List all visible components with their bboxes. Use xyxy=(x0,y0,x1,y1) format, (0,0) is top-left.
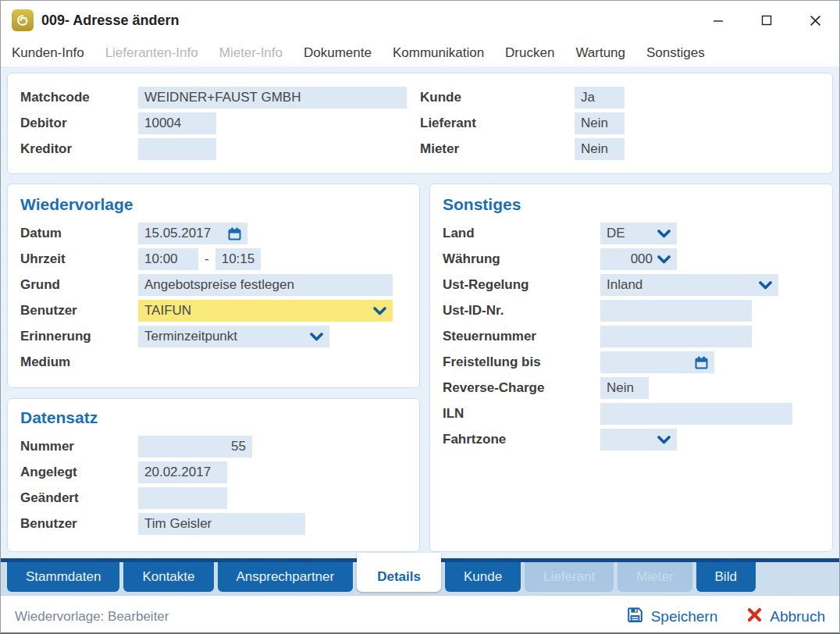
land-dropdown[interactable]: DE xyxy=(600,223,677,244)
matchcode-field[interactable]: WEIDNER+FAUST GMBH xyxy=(138,87,407,109)
sonstiges-title: Sonstiges xyxy=(443,195,820,214)
app-logo-icon xyxy=(12,9,34,31)
datensatz-benutzer-field: Tim Geisler xyxy=(138,513,305,535)
kreditor-field[interactable] xyxy=(138,138,216,160)
iln-label: ILN xyxy=(443,406,600,422)
nummer-label: Nummer xyxy=(20,439,138,454)
wiedervorlage-panel: Wiedervorlage Datum 15.05.2017 Uhrzeit 1… xyxy=(7,183,420,388)
chevron-down-icon xyxy=(657,255,671,264)
close-button[interactable] xyxy=(791,1,839,40)
grund-label: Grund xyxy=(20,277,138,293)
ust-regelung-label: Ust-Regelung xyxy=(443,277,600,293)
grund-field[interactable]: Angebotspreise festlegen xyxy=(138,274,393,296)
cancel-button[interactable]: Abbruch xyxy=(747,607,825,626)
calendar-icon[interactable] xyxy=(228,227,241,240)
waehrung-dropdown[interactable]: 000 xyxy=(600,248,677,270)
header-panel: Matchcode WEIDNER+FAUST GMBH Debitor 100… xyxy=(7,73,833,174)
ust-regelung-dropdown[interactable]: Inland xyxy=(600,274,778,296)
reverse-charge-label: Reverse-Charge xyxy=(443,380,600,396)
datum-label: Datum xyxy=(20,226,138,241)
chevron-down-icon xyxy=(310,333,323,341)
uhrzeit-label: Uhrzeit xyxy=(20,251,138,267)
cancel-label: Abbruch xyxy=(770,608,825,625)
uhrzeit-von-field[interactable]: 10:00 xyxy=(138,248,198,270)
menu-bar: Kunden-Info Lieferanten-Info Mieter-Info… xyxy=(1,40,839,66)
chevron-down-icon xyxy=(373,307,386,315)
tab-mieter: Mieter xyxy=(618,562,692,592)
lieferant-label: Lieferant xyxy=(420,116,575,131)
benutzer-dropdown[interactable]: TAIFUN xyxy=(138,300,393,322)
save-floppy-icon xyxy=(627,607,643,627)
menu-sonstiges[interactable]: Sonstiges xyxy=(646,45,705,61)
menu-wartung[interactable]: Wartung xyxy=(575,45,625,61)
datensatz-title: Datensatz xyxy=(20,408,407,427)
reverse-charge-field[interactable]: Nein xyxy=(600,377,649,399)
angelegt-label: Angelegt xyxy=(20,465,138,480)
bottom-tab-bar: Stammdaten Kontakte Ansprechpartner Deta… xyxy=(1,558,839,595)
waehrung-label: Währung xyxy=(443,251,600,267)
tab-stammdaten[interactable]: Stammdaten xyxy=(7,562,119,592)
tab-kontakte[interactable]: Kontakte xyxy=(123,562,213,592)
menu-dokumente[interactable]: Dokumente xyxy=(304,45,372,61)
save-label: Speichern xyxy=(651,608,718,625)
land-label: Land xyxy=(443,226,600,241)
cancel-x-icon xyxy=(747,607,762,626)
debitor-field[interactable]: 10004 xyxy=(138,112,216,134)
chevron-down-icon xyxy=(657,436,671,444)
menu-lieferanten-info: Lieferanten-Info xyxy=(105,45,198,61)
ust-id-label: Ust-ID-Nr. xyxy=(443,303,600,319)
fahrtzone-dropdown[interactable] xyxy=(600,429,677,451)
debitor-label: Debitor xyxy=(20,116,138,131)
matchcode-label: Matchcode xyxy=(20,90,138,105)
fahrtzone-label: Fahrtzone xyxy=(443,432,600,447)
medium-label: Medium xyxy=(20,354,138,370)
sonstiges-panel: Sonstiges Land DE Währung 000 xyxy=(429,183,833,552)
geaendert-field xyxy=(138,487,227,509)
steuernummer-field[interactable] xyxy=(600,326,752,347)
datum-field[interactable]: 15.05.2017 xyxy=(138,223,247,244)
geaendert-label: Geändert xyxy=(20,490,138,506)
chevron-down-icon xyxy=(759,281,772,290)
datensatz-benutzer-label: Benutzer xyxy=(20,516,138,532)
benutzer-label: Benutzer xyxy=(20,303,138,319)
freistellung-label: Freistellung bis xyxy=(443,354,600,370)
uhrzeit-separator: - xyxy=(205,251,209,267)
datensatz-panel: Datensatz Nummer 55 Angelegt 20.02.2017 … xyxy=(7,398,420,552)
chevron-down-icon xyxy=(657,230,671,238)
tab-bild[interactable]: Bild xyxy=(696,562,756,592)
menu-mieter-info: Mieter-Info xyxy=(219,45,283,61)
angelegt-field: 20.02.2017 xyxy=(138,461,227,483)
kunde-label: Kunde xyxy=(420,90,575,105)
erinnerung-label: Erinnerung xyxy=(20,329,138,344)
menu-kommunikation[interactable]: Kommunikation xyxy=(393,45,484,61)
kunde-field[interactable]: Ja xyxy=(575,87,625,109)
save-button[interactable]: Speichern xyxy=(627,607,718,627)
uhrzeit-bis-field[interactable]: 10:15 xyxy=(215,248,261,270)
menu-drucken[interactable]: Drucken xyxy=(505,45,554,61)
tab-lieferant: Lieferant xyxy=(525,562,614,592)
minimize-button[interactable] xyxy=(694,1,742,40)
mieter-field[interactable]: Nein xyxy=(575,138,625,160)
ust-id-field[interactable] xyxy=(600,300,752,322)
kreditor-label: Kreditor xyxy=(20,141,138,157)
tab-ansprechpartner[interactable]: Ansprechpartner xyxy=(218,562,354,592)
title-bar: 009- Adresse ändern xyxy=(1,1,839,40)
wiedervorlage-title: Wiedervorlage xyxy=(20,195,407,214)
nummer-field: 55 xyxy=(138,436,252,458)
maximize-button[interactable] xyxy=(742,1,791,40)
steuernummer-label: Steuernummer xyxy=(443,329,600,344)
tab-kunde[interactable]: Kunde xyxy=(445,562,521,592)
status-bar: Wiedervorlage: Bearbeiter Speichern Abbr… xyxy=(1,595,839,634)
window-title: 009- Adresse ändern xyxy=(41,12,179,29)
iln-field[interactable] xyxy=(600,403,792,425)
tab-details[interactable]: Details xyxy=(357,553,441,592)
status-message: Wiedervorlage: Bearbeiter xyxy=(15,609,169,625)
calendar-icon[interactable] xyxy=(695,356,708,369)
mieter-label: Mieter xyxy=(420,141,575,157)
lieferant-field[interactable]: Nein xyxy=(575,112,625,134)
freistellung-field[interactable] xyxy=(600,351,714,373)
menu-kunden-info[interactable]: Kunden-Info xyxy=(12,45,84,61)
erinnerung-dropdown[interactable]: Terminzeitpunkt xyxy=(138,326,329,347)
content-area: Matchcode WEIDNER+FAUST GMBH Debitor 100… xyxy=(1,66,839,558)
